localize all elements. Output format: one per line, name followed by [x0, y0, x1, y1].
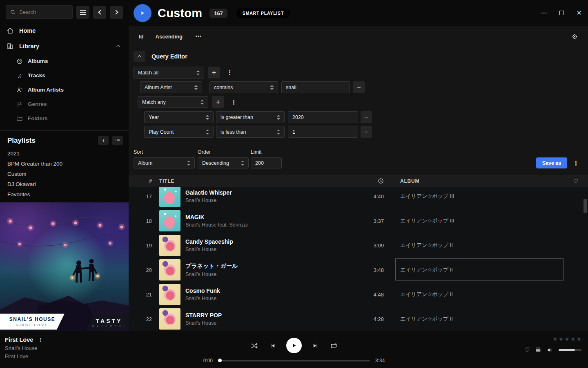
playlist-item[interactable]: 2021	[7, 148, 123, 159]
track-album-cell[interactable]: エイリアン☆ポップ II	[400, 315, 564, 323]
track-row[interactable]: 19 Candy SpaceshipSnail’s House 3:09 エイリ…	[129, 233, 588, 258]
rating-stars[interactable]: ★ ★ ★ ★ ★	[524, 336, 581, 342]
seek-thumb[interactable]	[218, 359, 222, 362]
rule-field-select[interactable]: Play Count	[144, 126, 214, 138]
column-title[interactable]: TITLE	[159, 178, 359, 184]
group-menu-button[interactable]: ⋮	[228, 99, 239, 106]
track-number: 18	[129, 218, 152, 224]
scrollbar-thumb[interactable]	[584, 199, 587, 213]
sidebar-item-library[interactable]: Library	[0, 38, 129, 54]
repeat-button[interactable]	[330, 342, 338, 350]
rule-operator-select[interactable]: contains	[209, 81, 278, 93]
track-album-cell[interactable]: エイリアン☆ポップ III	[400, 193, 564, 200]
search-icon	[10, 9, 16, 15]
match-any-select[interactable]: Match any	[138, 96, 208, 108]
order-select[interactable]: Descending	[198, 157, 249, 168]
playlist-list-button[interactable]	[112, 136, 123, 145]
column-favorite[interactable]: ♡	[564, 178, 588, 184]
track-album-cell[interactable]: エイリアン☆ポップ II	[400, 242, 564, 249]
playlists-title: Playlists	[7, 137, 36, 145]
close-button[interactable]: ×	[576, 10, 582, 16]
select-chevrons-icon	[206, 115, 209, 120]
track-row[interactable]: 21 Cosmo FunkSnail’s House 4:48 エイリアン☆ポッ…	[129, 282, 588, 307]
search-input[interactable]	[19, 9, 64, 15]
remove-rule-button[interactable]: −	[353, 81, 365, 93]
track-album-cell[interactable]: エイリアン☆ポップ II	[400, 291, 564, 298]
playlist-item[interactable]: DJ Okawari	[7, 179, 123, 189]
more-options-button[interactable]: ⋯	[195, 33, 202, 40]
rule-operator-select[interactable]: is less than	[216, 126, 285, 138]
playlist-item[interactable]: Favorites	[7, 189, 123, 200]
rule-value-field[interactable]	[288, 111, 358, 123]
track-row[interactable]: 22 STARRY POPSnail’s House 4:28 エイリアン☆ポッ…	[129, 307, 588, 331]
remove-rule-button[interactable]: −	[361, 126, 372, 138]
track-album-cell[interactable]: エイリアン☆ポップ III	[400, 217, 564, 224]
rule-operator-select[interactable]: is greater than	[216, 111, 285, 123]
group-menu-button[interactable]: ⋮	[224, 69, 235, 76]
now-playing-menu-button[interactable]: ⋮	[38, 337, 43, 343]
match-all-select[interactable]: Match all	[134, 67, 204, 79]
column-index[interactable]: #	[129, 178, 152, 184]
star-icon[interactable]: ★	[564, 336, 570, 342]
add-playlist-button[interactable]: +	[98, 136, 109, 145]
playlist-item[interactable]: Custom	[7, 169, 123, 179]
nav-back-button[interactable]	[93, 6, 106, 19]
play-playlist-button[interactable]	[134, 4, 151, 22]
playlist-item[interactable]: BPM Greater than 200	[7, 159, 123, 169]
rule-value-field[interactable]	[281, 81, 350, 93]
sidebar-item-genres[interactable]: Genres	[0, 97, 129, 111]
main-content: Custom 167 SMART PLAYLIST — × Id Ascendi…	[129, 0, 588, 331]
track-count-badge: 167	[209, 9, 227, 18]
search-box[interactable]	[6, 5, 73, 19]
gear-icon	[571, 33, 578, 40]
sidebar-item-folders[interactable]: Folders	[0, 111, 129, 126]
volume-slider[interactable]	[559, 349, 581, 351]
shuffle-button[interactable]	[250, 342, 258, 350]
save-menu-button[interactable]: ⋮	[570, 159, 581, 167]
sidebar-item-album-artists[interactable]: Album Artists	[0, 83, 129, 97]
heart-icon: ♡	[573, 178, 579, 184]
add-rule-button[interactable]: +	[208, 67, 220, 79]
sort-direction-control[interactable]: Ascending	[156, 34, 183, 40]
track-row[interactable]: 20 プラネット・ガールSnail’s House 3:48 エイリアン☆ポップ…	[129, 258, 588, 282]
star-icon[interactable]: ★	[576, 336, 581, 342]
query-editor-collapse-button[interactable]	[134, 51, 145, 62]
track-album-cell-focused[interactable]: エイリアン☆ポップ II	[400, 266, 564, 274]
home-icon	[7, 27, 14, 34]
next-track-button[interactable]	[312, 342, 319, 349]
rule-field-select[interactable]: Album Artist	[140, 81, 202, 93]
remove-rule-button[interactable]: −	[361, 111, 372, 123]
add-rule-button[interactable]: +	[212, 96, 224, 108]
sidebar-item-tracks[interactable]: ♫ Tracks	[0, 68, 129, 83]
collapse-chevron-icon[interactable]	[116, 45, 120, 49]
star-icon[interactable]: ★	[552, 336, 558, 342]
seek-bar[interactable]	[218, 360, 370, 361]
queue-icon	[535, 347, 541, 353]
column-album[interactable]: ALBUM	[400, 178, 564, 184]
sort-select[interactable]: Album	[134, 157, 195, 168]
sidebar-item-albums[interactable]: Albums	[0, 54, 129, 68]
sort-field-control[interactable]: Id	[139, 34, 144, 40]
minimize-button[interactable]: —	[541, 10, 547, 16]
save-as-button[interactable]: Save as	[536, 157, 567, 168]
star-icon[interactable]: ★	[559, 336, 564, 342]
maximize-button[interactable]	[559, 10, 564, 16]
rule-value-field[interactable]	[288, 126, 358, 138]
previous-track-button[interactable]	[269, 342, 276, 349]
track-row[interactable]: 17 Galactic WhisperSnail’s House 4:40 エイ…	[129, 187, 588, 209]
sidebar-item-home[interactable]: Home	[0, 23, 129, 38]
favorite-button[interactable]: ♡	[524, 346, 530, 354]
star-icon[interactable]: ★	[570, 336, 576, 342]
volume-button[interactable]	[547, 347, 553, 353]
limit-field[interactable]	[251, 157, 282, 168]
settings-button[interactable]	[571, 33, 578, 40]
column-duration[interactable]	[359, 178, 384, 184]
queue-button[interactable]	[535, 347, 541, 353]
nav-forward-button[interactable]	[110, 6, 123, 19]
play-button[interactable]	[286, 338, 302, 353]
sidebar-item-label: Library	[19, 43, 39, 49]
track-row[interactable]: 18 MAGIKSnail’s House feat. Sennzai 3:37…	[129, 209, 588, 233]
menu-button[interactable]	[76, 6, 89, 19]
select-chevrons-icon	[277, 130, 280, 135]
rule-field-select[interactable]: Year	[144, 111, 214, 123]
